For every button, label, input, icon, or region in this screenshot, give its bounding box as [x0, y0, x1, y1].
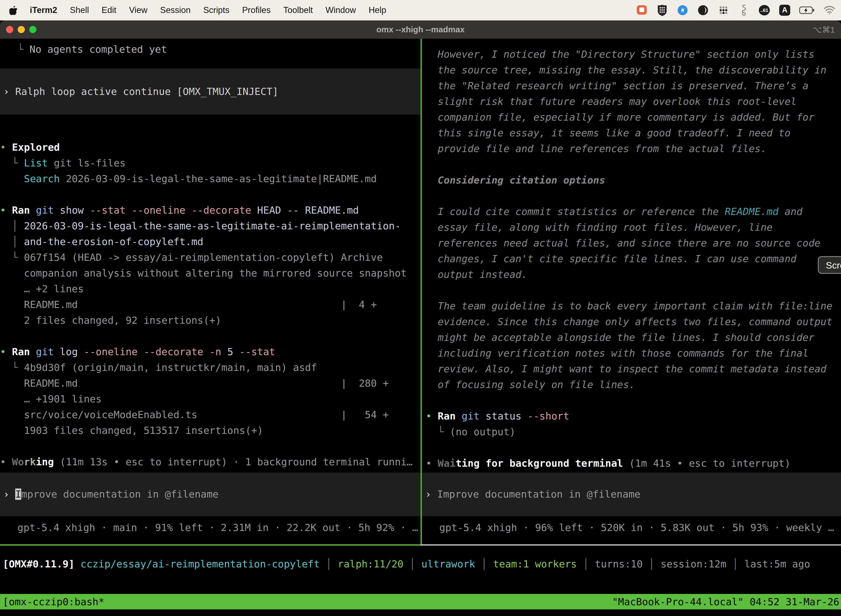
- tmux-pane-left[interactable]: └ No agents completed yet › Ralph loop a…: [0, 39, 420, 544]
- text-segment: HEAD: [251, 204, 287, 216]
- text-segment: --stat: [239, 346, 275, 357]
- text-segment: cczip/essay/ai-reimplementation-copyleft: [81, 558, 320, 570]
- terminal-line: [0, 186, 420, 202]
- terminal-line: [426, 440, 841, 455]
- menu-item-session[interactable]: Session: [160, 5, 190, 15]
- terminal-line: However, I noticed the "Directory Struct…: [426, 46, 841, 62]
- text-segment: essay file, along with finding root file…: [426, 221, 772, 233]
- text-segment: However, I noticed the "Directory Struct…: [426, 48, 815, 60]
- text-segment: •: [0, 142, 12, 153]
- text-segment: [30, 346, 36, 357]
- terminal-line: The team guideline is to back every impo…: [426, 298, 841, 314]
- chat-bubble-icon[interactable]: [636, 4, 648, 16]
- battery-icon[interactable]: [799, 4, 815, 16]
- text-segment: [456, 411, 462, 422]
- terminal-line: review. Also, I might want to inspect th…: [426, 361, 841, 377]
- prompt-line-right[interactable]: › Improve documentation in @filename: [425, 486, 841, 502]
- shield-grid-icon[interactable]: [656, 4, 668, 16]
- terminal-line: the source tree, missing the essay. Stil…: [426, 62, 841, 78]
- text-segment: └: [6, 44, 29, 55]
- terminal-line: └ List git ls-files: [0, 155, 420, 171]
- text-segment: 067f154 (HEAD -> essay/ai-reimplementati…: [24, 252, 383, 263]
- text-segment: Wo: [12, 456, 24, 468]
- menu-item-window[interactable]: Window: [325, 5, 356, 15]
- text-segment: README.md: [725, 206, 779, 217]
- screen-overlay-button[interactable]: Scre: [818, 256, 841, 274]
- wifi-icon[interactable]: [823, 4, 835, 16]
- terminal-line: essay file, along with finding root file…: [426, 219, 841, 235]
- blue-badge-icon[interactable]: [677, 4, 689, 16]
- terminal-line: └ (no output): [426, 424, 841, 440]
- text-segment: changes, I can't cite specific file line…: [426, 253, 797, 264]
- text-segment: --short: [527, 411, 570, 422]
- menu-item-view[interactable]: View: [129, 5, 148, 15]
- text-segment: README.md: [299, 204, 359, 216]
- terminal-line: [0, 328, 420, 344]
- dark-crescent-icon[interactable]: [697, 4, 709, 16]
- squiggle-icon[interactable]: [738, 4, 750, 16]
- menu-item-profiles[interactable]: Profiles: [242, 5, 270, 15]
- text-segment: src/voice/voiceModeEnabled.ts | 54 +: [0, 409, 389, 420]
- badge-61-label: ..61: [758, 8, 771, 13]
- terminal-line: • Ran git status --short: [426, 408, 841, 424]
- terminal-line: including verification notes with those …: [426, 345, 841, 361]
- terminal-line: • Explored: [0, 139, 420, 155]
- terminal-line: I could cite commit statistics or refere…: [426, 204, 841, 219]
- terminal-line: Considering citation options: [426, 172, 841, 188]
- terminal-line: README.md | 280 +: [0, 375, 420, 391]
- agent-log-left: • Explored └ List git ls-files Search 20…: [0, 139, 420, 470]
- text-segment: [OMX#0.11.9]: [3, 558, 81, 570]
- text-segment: 2 files changed, 92 insertions(+): [0, 315, 221, 326]
- text-segment: last:5m ago: [744, 558, 810, 570]
- text-segment: README.md | 4 +: [0, 299, 377, 310]
- terminal-line: companion analysis without altering the …: [0, 265, 420, 281]
- text-segment: --oneline --decorate: [84, 346, 203, 357]
- pane-border-bottom-left: [0, 544, 420, 546]
- text-segment: companion analysis without altering the …: [0, 267, 407, 279]
- terminal-line: output instead.: [426, 267, 841, 282]
- text-segment: turns:10: [595, 558, 643, 570]
- pane-border-bottom-right: [420, 544, 841, 546]
- terminal-line: companion file, especially if more comme…: [426, 109, 841, 125]
- terminal-area: └ No agents completed yet › Ralph loop a…: [0, 39, 841, 616]
- text-segment: output instead.: [426, 269, 527, 280]
- terminal-line: • Waiting for background terminal (1m 41…: [426, 455, 841, 471]
- text-segment: and: [779, 206, 803, 217]
- session-status-left: gpt-5.4 xhigh · main · 91% left · 2.31M …: [0, 520, 420, 535]
- text-segment: slight risk that future readers may over…: [426, 96, 797, 107]
- text-segment: (11m 13s • esc to interrupt) · 1 backgro…: [54, 456, 413, 468]
- text-segment: [203, 346, 210, 357]
- prompt-input-right[interactable]: › Improve documentation in @filename: [422, 472, 841, 516]
- text-segment: └: [426, 426, 450, 437]
- menu-item-shell[interactable]: Shell: [70, 5, 89, 15]
- prompt-line-left[interactable]: › Improve documentation in @filename: [3, 486, 420, 502]
- text-segment: … +2 lines: [0, 283, 84, 295]
- apple-menu-icon[interactable]: [9, 5, 18, 15]
- menu-item-edit[interactable]: Edit: [101, 5, 116, 15]
- text-segment: git ls-files: [48, 157, 126, 169]
- dots-grid-icon[interactable]: [717, 4, 730, 16]
- text-segment: 2026-03-09-is-legal-the-same-as-legitima…: [24, 220, 401, 232]
- menu-item-toolbelt[interactable]: Toolbelt: [283, 5, 313, 15]
- terminal-line: slight risk that future readers may over…: [426, 94, 841, 109]
- window-shortcut-badge: ⌥⌘1: [813, 25, 835, 35]
- terminal-line: changes, I can't cite specific file line…: [426, 251, 841, 267]
- menu-item-help[interactable]: Help: [369, 5, 386, 15]
- text-segment: └: [0, 157, 24, 169]
- tmux-pane-right[interactable]: However, I noticed the "Directory Struct…: [422, 39, 841, 544]
- terminal-line: README.md | 4 +: [0, 297, 420, 312]
- text-segment: No agents completed yet: [29, 44, 167, 55]
- menu-item-scripts[interactable]: Scripts: [203, 5, 230, 15]
- badge-61-icon[interactable]: ..61: [758, 4, 771, 16]
- text-segment: │: [727, 558, 744, 570]
- menu-item-app[interactable]: iTerm2: [30, 5, 57, 15]
- a-key-icon[interactable]: A: [779, 4, 791, 16]
- menu-bar: iTerm2 ShellEditViewSessionScriptsProfil…: [0, 0, 841, 21]
- text-segment: --: [287, 204, 299, 216]
- prompt-input-left[interactable]: › Improve documentation in @filename: [0, 472, 420, 516]
- terminal-line: the "Related research writing" section i…: [426, 78, 841, 94]
- terminal-line: might be acceptable alongside the file l…: [426, 330, 841, 345]
- text-segment: the source tree, missing the essay. Stil…: [426, 64, 826, 76]
- window-title-bar[interactable]: omx --xhigh --madmax ⌥⌘1: [0, 21, 841, 39]
- terminal-line: └ 067f154 (HEAD -> essay/ai-reimplementa…: [0, 249, 420, 265]
